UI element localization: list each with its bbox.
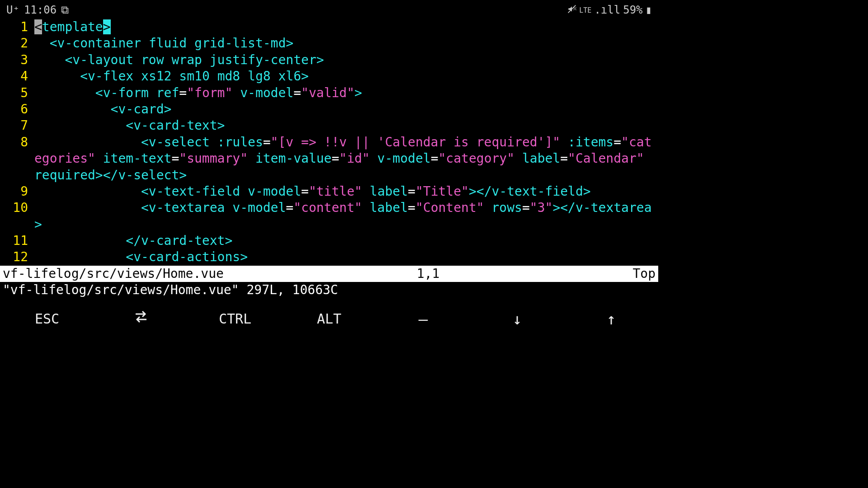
status-position: 1,1 [417, 266, 440, 282]
code-line[interactable]: 2 <v-container fluid grid-list-md> [2, 35, 656, 52]
extra-keys-row: ESC CTRL ALT — ↓ ↑ [0, 299, 658, 339]
line-number: 6 [2, 101, 34, 117]
key-dash[interactable]: — [376, 309, 470, 329]
code-line[interactable]: 10 <v-textarea v-model="content" label="… [2, 200, 656, 233]
line-number: 2 [2, 35, 34, 52]
code-content[interactable]: <v-form ref="form" v-model="valid"> [34, 85, 656, 101]
key-alt[interactable]: ALT [282, 310, 376, 328]
code-content[interactable]: <v-flex xs12 sm10 md8 lg8 xl6> [34, 68, 656, 84]
code-line[interactable]: 4 <v-flex xs12 sm10 md8 lg8 xl6> [2, 68, 656, 84]
code-line[interactable]: 11 </v-card-text> [2, 233, 656, 249]
vim-command-line: "vf-lifelog/src/views/Home.vue" 297L, 10… [0, 282, 658, 298]
code-content[interactable]: <v-text-field v-model="title" label="Tit… [34, 183, 656, 200]
code-content[interactable]: </v-card-text> [34, 233, 656, 249]
key-up[interactable]: ↑ [564, 309, 658, 329]
status-left: U⁺ 11:06 ⧉ [6, 3, 69, 17]
line-number: 7 [2, 117, 34, 134]
line-number: 11 [2, 233, 34, 249]
line-number: 9 [2, 183, 34, 200]
code-line[interactable]: 12 <v-card-actions> [2, 249, 656, 265]
carrier-label: U⁺ [6, 3, 19, 17]
code-line[interactable]: 3 <v-layout row wrap justify-center> [2, 52, 656, 68]
line-number: 1 [2, 19, 34, 35]
code-content[interactable]: <v-textarea v-model="content" label="Con… [34, 200, 656, 233]
network-label: LTE [579, 7, 591, 14]
line-number: 5 [2, 85, 34, 101]
key-down[interactable]: ↓ [470, 309, 564, 329]
status-file: vf-lifelog/src/views/Home.vue [3, 266, 224, 282]
line-number: 10 [2, 200, 34, 216]
mute-icon [567, 3, 576, 17]
vim-status-line: vf-lifelog/src/views/Home.vue 1,1 Top [0, 266, 658, 282]
line-number: 4 [2, 68, 34, 84]
code-content[interactable]: <v-card> [34, 101, 656, 117]
code-editor[interactable]: 1<template>2 <v-container fluid grid-lis… [0, 19, 658, 266]
code-content[interactable]: <v-layout row wrap justify-center> [34, 52, 656, 68]
line-number: 8 [2, 134, 34, 150]
status-scroll: Top [632, 266, 656, 282]
code-line[interactable]: 1<template> [2, 19, 656, 35]
code-content[interactable]: <v-card-text> [34, 117, 656, 134]
battery-icon: ▮ [646, 3, 652, 17]
line-number: 3 [2, 52, 34, 68]
code-line[interactable]: 8 <v-select :rules="[v => !!v || 'Calend… [2, 134, 656, 183]
key-esc[interactable]: ESC [0, 310, 94, 328]
status-right: LTE .ıll 59% ▮ [567, 3, 652, 17]
code-content[interactable]: <v-card-actions> [34, 249, 656, 265]
code-content[interactable]: <template> [34, 19, 656, 35]
code-content[interactable]: <v-container fluid grid-list-md> [34, 35, 656, 52]
code-line[interactable]: 7 <v-card-text> [2, 117, 656, 134]
app-indicator-icon: ⧉ [61, 3, 69, 17]
code-line[interactable]: 9 <v-text-field v-model="title" label="T… [2, 183, 656, 200]
key-tab[interactable] [94, 309, 188, 329]
key-ctrl[interactable]: CTRL [188, 310, 282, 328]
battery-percent: 59% [623, 3, 642, 17]
signal-icon: .ıll [594, 3, 620, 17]
code-line[interactable]: 5 <v-form ref="form" v-model="valid"> [2, 85, 656, 101]
clock-label: 11:06 [24, 3, 57, 17]
line-number: 12 [2, 249, 34, 265]
code-content[interactable]: <v-select :rules="[v => !!v || 'Calendar… [34, 134, 656, 183]
android-status-bar: U⁺ 11:06 ⧉ LTE .ıll 59% ▮ [0, 0, 658, 19]
code-line[interactable]: 6 <v-card> [2, 101, 656, 117]
